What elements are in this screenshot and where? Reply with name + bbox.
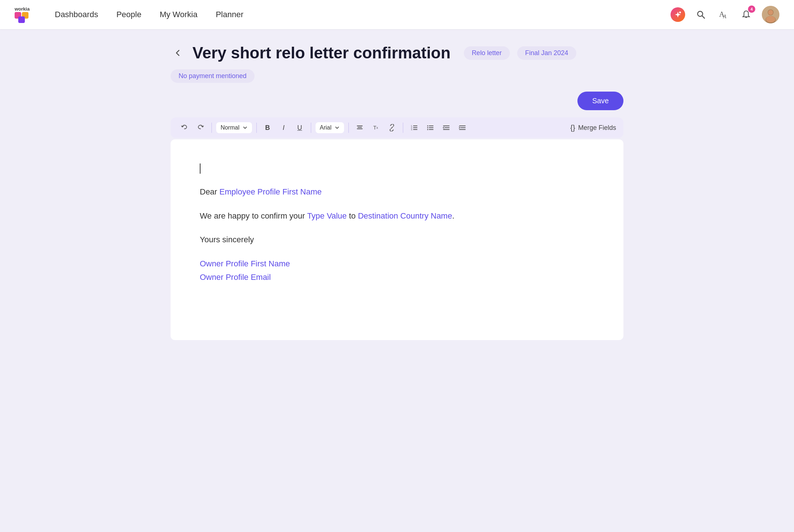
svg-line-6 bbox=[702, 16, 705, 19]
underline-button[interactable]: U bbox=[293, 121, 306, 134]
divider-2 bbox=[256, 123, 257, 133]
period-text: . bbox=[452, 211, 454, 220]
indent-button[interactable] bbox=[456, 121, 469, 134]
editor-para-1: Dear Employee Profile First Name bbox=[200, 185, 594, 198]
user-avatar[interactable] bbox=[762, 6, 779, 23]
editor-para-3: Yours sincerely bbox=[200, 233, 594, 246]
ordered-list-button[interactable]: 1. 2. 3. bbox=[408, 121, 421, 134]
save-button[interactable]: Save bbox=[577, 92, 623, 110]
divider-4 bbox=[348, 123, 349, 133]
bold-button[interactable]: B bbox=[261, 121, 274, 134]
notification-count: 4 bbox=[748, 5, 755, 13]
svg-point-24 bbox=[427, 127, 428, 128]
font-select[interactable]: Arial bbox=[316, 122, 344, 133]
merge-fields-button[interactable]: {} Merge Fields bbox=[570, 124, 616, 132]
nav-links: Dashboards People My Workia Planner bbox=[55, 10, 671, 19]
page-content: Very short relo letter confirmation Relo… bbox=[152, 29, 642, 355]
svg-point-13 bbox=[766, 16, 775, 23]
dear-text: Dear bbox=[200, 187, 220, 196]
text-cursor bbox=[200, 163, 201, 174]
notification-bell[interactable]: 4 bbox=[739, 8, 753, 22]
redo-button[interactable] bbox=[194, 121, 207, 134]
svg-text:workia: workia bbox=[15, 6, 30, 12]
happy-to-confirm-text: We are happy to confirm your bbox=[200, 211, 307, 220]
merge-owner-first-name[interactable]: Owner Profile First Name bbox=[200, 259, 290, 268]
save-row: Save bbox=[171, 92, 623, 110]
tag-final-jan[interactable]: Final Jan 2024 bbox=[517, 46, 576, 60]
editor-toolbar: Normal B I U Arial bbox=[171, 117, 623, 138]
svg-point-23 bbox=[427, 126, 428, 127]
svg-point-25 bbox=[427, 129, 428, 130]
yours-sincerely-text: Yours sincerely bbox=[200, 235, 254, 244]
merge-owner-email[interactable]: Owner Profile Email bbox=[200, 273, 271, 282]
svg-text:3.: 3. bbox=[411, 128, 413, 131]
svg-text:A: A bbox=[723, 14, 726, 19]
link-button[interactable] bbox=[385, 121, 398, 134]
ai-icon-btn[interactable] bbox=[671, 7, 685, 22]
editor-para-2: We are happy to confirm your Type Value … bbox=[200, 209, 594, 223]
svg-rect-3 bbox=[18, 16, 25, 23]
back-button[interactable] bbox=[171, 46, 185, 60]
title-row: Very short relo letter confirmation Relo… bbox=[171, 44, 623, 83]
merge-destination-country[interactable]: Destination Country Name bbox=[358, 211, 452, 220]
clear-format-button[interactable]: Tx bbox=[369, 121, 382, 134]
unordered-list-button[interactable] bbox=[424, 121, 437, 134]
divider-3 bbox=[311, 123, 311, 133]
merge-employee-first-name[interactable]: Employee Profile First Name bbox=[220, 187, 322, 196]
editor-cursor-line bbox=[200, 161, 594, 175]
editor-area[interactable]: Dear Employee Profile First Name We are … bbox=[171, 139, 623, 340]
logo[interactable]: workia bbox=[15, 5, 33, 25]
undo-button[interactable] bbox=[178, 121, 191, 134]
nav-right: A A 4 bbox=[671, 6, 779, 23]
tag-no-payment[interactable]: No payment mentioned bbox=[171, 69, 255, 83]
search-icon-btn[interactable] bbox=[694, 8, 708, 22]
merge-type-value[interactable]: Type Value bbox=[307, 211, 347, 220]
editor-para-4: Owner Profile First Name Owner Profile E… bbox=[200, 257, 594, 284]
divider-5 bbox=[403, 123, 403, 133]
navbar: workia Dashboards People My Workia Plann… bbox=[0, 0, 794, 29]
outdent-button[interactable] bbox=[440, 121, 453, 134]
style-select[interactable]: Normal bbox=[216, 122, 252, 133]
align-center-button[interactable] bbox=[353, 121, 366, 134]
page-title: Very short relo letter confirmation bbox=[192, 44, 451, 62]
translate-icon-btn[interactable]: A A bbox=[717, 8, 730, 22]
tag-relo-letter[interactable]: Relo letter bbox=[464, 46, 510, 60]
svg-point-12 bbox=[768, 10, 773, 15]
nav-planner[interactable]: Planner bbox=[216, 10, 244, 19]
nav-my-workia[interactable]: My Workia bbox=[160, 10, 198, 19]
to-text: to bbox=[347, 211, 358, 220]
italic-button[interactable]: I bbox=[277, 121, 290, 134]
divider-1 bbox=[211, 123, 212, 133]
nav-people[interactable]: People bbox=[117, 10, 142, 19]
nav-dashboards[interactable]: Dashboards bbox=[55, 10, 98, 19]
svg-point-4 bbox=[679, 12, 681, 14]
